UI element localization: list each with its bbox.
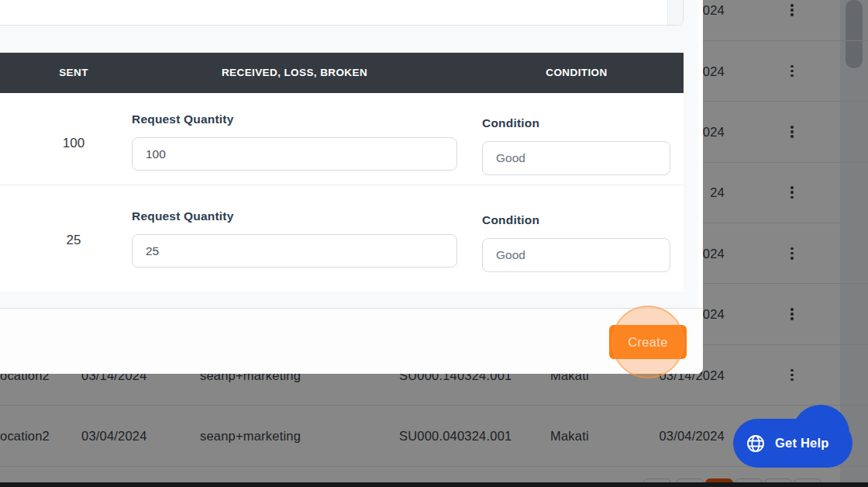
notes-input[interactable]	[0, 0, 684, 26]
request-quantity-input[interactable]	[132, 137, 457, 171]
row-divider	[0, 185, 684, 185]
bottom-edge-bar	[0, 482, 868, 487]
header-sent: SENT	[0, 53, 147, 93]
create-button[interactable]: Create	[609, 325, 687, 359]
condition-label: Condition	[482, 116, 539, 130]
modal-footer: Create	[0, 308, 703, 374]
transfer-request-modal: SENT RECEIVED, LOSS, BROKEN CONDITION 10…	[0, 0, 703, 374]
sent-quantity-value: 25	[0, 233, 147, 248]
get-help-button[interactable]: Get Help	[733, 419, 852, 468]
condition-label: Condition	[482, 213, 539, 227]
header-condition: CONDITION	[470, 53, 684, 93]
condition-input[interactable]	[482, 238, 670, 272]
globe-icon	[746, 433, 766, 454]
request-quantity-label: Request Quantity	[132, 112, 234, 126]
notes-scrollbar-track[interactable]	[667, 0, 683, 25]
request-quantity-input[interactable]	[132, 234, 457, 268]
request-quantity-label: Request Quantity	[132, 209, 234, 223]
modal-table-header: SENT RECEIVED, LOSS, BROKEN CONDITION	[0, 53, 684, 93]
sent-quantity-value: 100	[0, 136, 147, 151]
get-help-label: Get Help	[775, 436, 828, 451]
header-received-loss-broken: RECEIVED, LOSS, BROKEN	[147, 53, 442, 93]
modal-table-body: 100 Request Quantity Condition 25 Reques…	[0, 93, 684, 292]
condition-input[interactable]	[482, 141, 670, 175]
